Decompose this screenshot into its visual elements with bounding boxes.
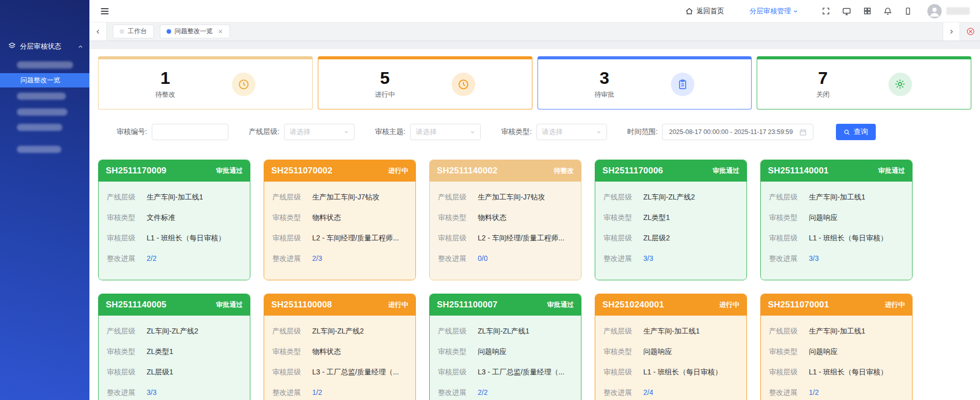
tab-workbench[interactable]: 工作台 [113,25,154,38]
card-field-value-progress[interactable]: 2/4 [643,388,653,396]
card-field-value-progress[interactable]: 2/2 [147,254,156,262]
line-level-select[interactable]: 请选择 [284,124,355,140]
monitor-icon[interactable] [842,7,851,16]
username-redacted [946,7,970,15]
card-row-line_level: 产线层级生产车间-加工线1 [603,327,738,335]
card-field-label: 产线层级 [107,327,147,335]
search-button[interactable]: 查询 [836,124,876,140]
stat-value: 7 [816,69,830,87]
card-row-audit_type: 审核类型ZL类型1 [603,213,738,221]
close-all-tabs-icon[interactable] [966,27,975,36]
audit-card[interactable]: SH2511100008 进行中 产线层级ZL车间-ZL产线2审核类型物料状态审… [264,294,416,400]
tab-issue-rectification[interactable]: 问题整改一览 [160,25,230,38]
card-field-value-progress[interactable]: 3/3 [809,254,819,262]
calendar-icon [799,128,807,136]
card-field-value-audit_level: L1 - 班组长（每日审核） [809,234,888,242]
sidebar-group-audit-status[interactable]: 分层审核状态 [8,42,83,51]
audit-card-body: 产线层级生产车间-加工线1审核类型问题响应审核层级L1 - 班组长（每日审核）整… [595,316,746,400]
avatar[interactable] [927,4,942,18]
card-field-label: 审核类型 [107,213,147,221]
audit-card[interactable]: SH2511140001 审批通过 产线层级生产车间-加工线1审核类型问题响应审… [760,160,913,280]
fullscreen-icon[interactable] [822,7,830,15]
card-field-value-progress[interactable]: 3/3 [147,388,156,396]
sidebar-item-redacted[interactable] [17,61,73,69]
chevron-down-icon [596,129,601,135]
stat-card[interactable]: 3 待审批 [538,56,752,109]
audit-card-header: SH2511070002 进行中 [264,160,415,182]
audit-card[interactable]: SH2511070001 进行中 产线层级生产车间-加工线1审核类型问题响应审核… [760,294,913,400]
tabs-scroll-right-icon[interactable] [943,23,960,40]
card-field-value-audit_level: L1 - 班组长（每日审核） [643,368,722,376]
sidebar-item-redacted[interactable] [17,93,66,100]
close-tab-icon[interactable] [218,29,223,34]
card-row-line_level: 产线层级生产车间-加工线1 [107,193,242,201]
audit-card[interactable]: SH2511100007 审批通过 产线层级ZL车间-ZL产线1审核类型问题响应… [429,294,581,400]
sidebar-item-issue-rectification[interactable]: 问题整改一览 [0,73,89,87]
audit-card-body: 产线层级生产车间-加工线1审核类型问题响应审核层级L1 - 班组长（每日审核）整… [761,316,912,400]
audit-card-header: SH2511170006 审批通过 [595,160,746,182]
app-window: 分层审核状态 问题整改一览 返回首页 分层审核管理 [0,0,980,400]
audit-card-body: 产线层级ZL车间-ZL产线1审核类型问题响应审核层级L3 - 工厂总监/质量经理… [430,316,581,400]
filter-time-range: 时间范围: 2025-08-17 00:00:00 - 2025-11-17 2… [627,124,813,140]
audit-card[interactable]: SH2511170009 审批通过 产线层级生产车间-加工线1审核类型文件标准审… [98,160,250,280]
card-field-value-progress[interactable]: 0/0 [478,254,487,262]
stat-label: 待整改 [155,90,175,99]
audit-type-select[interactable]: 请选择 [536,124,607,140]
audit-card[interactable]: SH2511140002 待整改 产线层级生产加工车间-J7钻攻审核类型物料状态… [429,160,581,280]
time-range-input[interactable]: 2025-08-17 00:00:00 - 2025-11-17 23:59:5… [662,124,813,140]
stat-card[interactable]: 5 进行中 [318,56,532,109]
audit-card-header: SH2511140001 审批通过 [761,160,912,182]
card-field-value-progress[interactable]: 3/3 [643,254,653,262]
card-row-audit_type: 审核类型问题响应 [769,347,904,355]
status-badge: 审批通过 [216,300,243,309]
card-field-value-progress[interactable]: 1/2 [312,388,322,396]
audit-card[interactable]: SH2511170006 审批通过 产线层级ZL车间-ZL产线2审核类型ZL类型… [595,160,747,280]
card-field-value-audit_level: ZL层级2 [643,234,670,242]
card-row-progress: 整改进展2/2 [107,254,242,262]
card-row-progress: 整改进展3/3 [603,254,738,262]
card-field-value-progress[interactable]: 2/3 [312,254,322,262]
card-field-label: 产线层级 [272,327,312,335]
sidebar-item-redacted[interactable] [17,146,61,153]
card-field-value-audit_level: ZL层级1 [147,368,173,376]
audit-card-header: SH2511170009 审批通过 [99,160,250,182]
card-row-audit_level: 审核层级L2 - 车间经理/质量工程师... [438,234,573,242]
clipboard-icon [671,73,694,96]
status-badge: 审批通过 [713,166,739,175]
module-dropdown[interactable]: 分层审核管理 [750,7,798,16]
audit-topic-label: 审核主题: [375,127,406,137]
status-badge: 进行中 [719,300,739,309]
audit-card[interactable]: SH2510240001 进行中 产线层级生产车间-加工线1审核类型问题响应审核… [595,294,747,400]
card-field-label: 产线层级 [272,193,312,201]
audit-card[interactable]: SH2511140005 审批通过 产线层级ZL车间-ZL产线2审核类型ZL类型… [98,294,250,400]
stat-card[interactable]: 7 关闭 [757,56,971,109]
card-field-value-progress[interactable]: 1/2 [809,388,819,396]
mobile-icon[interactable] [904,7,912,15]
card-field-label: 审核层级 [438,234,478,242]
bell-icon[interactable] [883,7,892,15]
grid-icon[interactable] [863,7,872,15]
card-row-line_level: 产线层级ZL车间-ZL产线2 [603,193,738,201]
card-field-value-progress[interactable]: 2/2 [478,388,487,396]
card-row-line_level: 产线层级ZL车间-ZL产线2 [272,327,407,335]
card-field-label: 审核类型 [438,213,478,221]
audit-id: SH2511140005 [106,300,167,310]
card-field-value-line_level: 生产加工车间-J7钻攻 [312,193,379,201]
stat-card[interactable]: 1 待整改 [98,56,313,109]
card-row-audit_level: 审核层级L3 - 工厂总监/质量经理（... [272,368,407,376]
audit-no-input[interactable] [152,124,228,140]
card-field-value-line_level: 生产车间-加工线1 [147,193,203,201]
card-field-label: 整改进展 [272,254,312,262]
tab-bar: 工作台 问题整改一览 [89,23,980,41]
audit-topic-select[interactable]: 请选择 [410,124,481,140]
card-row-audit_type: 审核类型物料状态 [272,213,407,221]
card-field-value-audit_type: 问题响应 [643,347,672,355]
menu-toggle-icon[interactable] [100,6,110,16]
sidebar-item-redacted[interactable] [17,108,67,116]
card-field-value-audit_type: 物料状态 [312,213,341,221]
tabs-scroll-left-icon[interactable] [89,23,107,40]
sidebar-item-redacted[interactable] [17,124,62,131]
audit-card[interactable]: SH2511070002 进行中 产线层级生产加工车间-J7钻攻审核类型物料状态… [264,160,416,280]
back-home-link[interactable]: 返回首页 [685,7,724,16]
card-row-line_level: 产线层级ZL车间-ZL产线2 [107,327,242,335]
